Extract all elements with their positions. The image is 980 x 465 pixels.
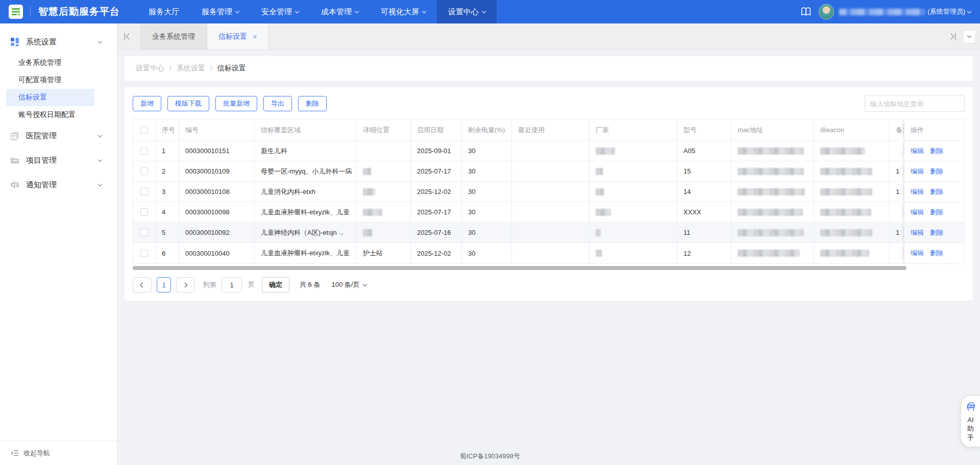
edit-link[interactable]: 编辑: [911, 146, 924, 156]
sidebar-item[interactable]: 可配置项管理: [6, 71, 94, 89]
search-input[interactable]: [865, 95, 965, 112]
page-size-value: 100 条/页: [331, 280, 359, 289]
prev-page-button[interactable]: [133, 277, 152, 292]
breadcrumb-item[interactable]: 系统设置: [177, 64, 205, 73]
redacted-mac-address: [738, 148, 804, 155]
nav-item[interactable]: 可视化大屏: [370, 0, 437, 23]
edit-link[interactable]: 编辑: [911, 167, 924, 176]
cell-seq: 1: [156, 141, 179, 161]
edit-link[interactable]: 编辑: [911, 228, 924, 237]
cell-ibeacon: [814, 182, 890, 202]
row-checkbox[interactable]: [140, 188, 148, 195]
column-label: 信标覆盖区域: [261, 126, 301, 135]
delete-link[interactable]: 删除: [930, 208, 943, 217]
edit-link[interactable]: 编辑: [911, 208, 924, 217]
delete-link[interactable]: 删除: [930, 228, 943, 237]
redacted-location: [363, 209, 382, 216]
template-download-button[interactable]: 模版下载: [167, 96, 209, 111]
cell-location: [357, 223, 411, 242]
edit-link[interactable]: 编辑: [911, 249, 924, 258]
cell-area: 儿童神经内科（A区)-etsjn: [255, 223, 357, 242]
page-number-button[interactable]: 1: [157, 277, 171, 292]
row-checkbox[interactable]: [140, 167, 148, 175]
row-checkbox[interactable]: [140, 208, 148, 216]
column-header-actions: 操作: [904, 119, 964, 140]
nav-item[interactable]: 服务管理: [190, 0, 250, 23]
tab-list-dropdown[interactable]: [963, 30, 976, 43]
tab-close-icon[interactable]: ×: [253, 33, 257, 40]
breadcrumb-item[interactable]: 设置中心: [136, 64, 164, 73]
project-icon: [10, 156, 19, 165]
cell-battery: 30: [462, 202, 512, 222]
tab-scroll-left-icon[interactable]: [122, 32, 131, 41]
nav-item-label: 安全管理: [261, 7, 292, 17]
select-all-checkbox[interactable]: [140, 126, 148, 134]
confirm-page-button[interactable]: 确定: [262, 277, 289, 292]
cell-code: 000300010040: [179, 243, 255, 263]
nav-item[interactable]: 设置中心: [437, 0, 497, 23]
expand-area-icon[interactable]: [339, 231, 344, 235]
sidebar-item[interactable]: 业务系统管理: [6, 54, 94, 71]
tab[interactable]: 业务系统管理: [140, 23, 207, 50]
collapse-nav-button[interactable]: 收起导航: [0, 440, 117, 465]
sidebar-item[interactable]: 信标设置: [6, 89, 94, 106]
app-title: 智慧后勤服务平台: [38, 5, 120, 18]
redacted-vendor: [596, 250, 602, 257]
redacted-vendor: [596, 148, 615, 155]
tab[interactable]: 信标设置×: [207, 23, 269, 50]
sidebar-item[interactable]: 账号授权日期配置: [6, 106, 94, 124]
nav-item[interactable]: 服务大厅: [137, 0, 190, 23]
delete-button[interactable]: 删除: [298, 96, 327, 111]
row-checkbox[interactable]: [140, 229, 148, 236]
column-label: 操作: [911, 126, 924, 135]
breadcrumb-item: 信标设置: [217, 64, 246, 73]
sidebar-group[interactable]: 项目管理: [0, 148, 117, 173]
cell-recent: [512, 182, 590, 202]
ai-assistant-button[interactable]: AI AI助手: [961, 396, 980, 447]
add-button[interactable]: 新增: [133, 96, 161, 111]
cell-mac: [731, 223, 814, 242]
tab-scroll-right-icon[interactable]: [949, 32, 958, 41]
column-label: iBeacon: [820, 126, 844, 134]
goto-page-input[interactable]: [222, 277, 242, 292]
navbar-right: (系统管理员): [800, 4, 971, 19]
toolbar-buttons: 新增模版下载批量新增导出删除: [133, 96, 333, 111]
ai-assistant-icon: AI: [965, 401, 976, 414]
nav-item[interactable]: 安全管理: [250, 0, 310, 23]
redacted-location: [363, 229, 372, 236]
cell-recent: [512, 141, 590, 161]
nav-item[interactable]: 成本管理: [310, 0, 370, 23]
cell-area: 儿童消化内科-etxh: [255, 182, 357, 202]
book-icon[interactable]: [800, 6, 812, 17]
nav-item-label: 可视化大屏: [381, 7, 419, 17]
export-button[interactable]: 导出: [263, 96, 292, 111]
delete-link[interactable]: 删除: [930, 146, 943, 156]
delete-link[interactable]: 删除: [930, 249, 943, 258]
hospital-icon: [10, 131, 19, 140]
chevron-down-icon: [482, 9, 486, 13]
sidebar-item-label: 账号授权日期配置: [18, 110, 76, 119]
delete-link[interactable]: 删除: [930, 167, 943, 176]
edit-link[interactable]: 编辑: [911, 187, 924, 197]
cell-model: 14: [677, 182, 731, 202]
row-checkbox[interactable]: [140, 250, 148, 257]
table-row: 5000300010092儿童神经内科（A区)-etsjn2025-07-163…: [133, 223, 964, 243]
next-page-button[interactable]: [176, 277, 195, 292]
avatar[interactable]: [819, 4, 834, 19]
icp-footer: 蜀ICP备19034998号: [460, 452, 521, 461]
sidebar-group[interactable]: 医院管理: [0, 124, 117, 148]
ai-assistant-label: AI助手: [967, 415, 974, 442]
user-role-label: (系统管理员): [927, 7, 965, 16]
page-size-select[interactable]: 100 条/页: [331, 280, 366, 289]
row-checkbox[interactable]: [140, 147, 148, 155]
column-header-date: 启用日期: [411, 119, 462, 140]
row-select-cell: [133, 141, 156, 161]
horizontal-scrollbar-thumb[interactable]: [133, 266, 906, 270]
cell-battery: 30: [462, 243, 512, 263]
sidebar-group[interactable]: 通知管理: [0, 173, 117, 197]
batch-add-button[interactable]: 批量新增: [215, 96, 257, 111]
sidebar-group[interactable]: 系统设置: [0, 30, 117, 54]
user-menu[interactable]: (系统管理员): [927, 7, 971, 16]
delete-link[interactable]: 删除: [930, 187, 943, 197]
row-select-cell: [133, 161, 156, 181]
